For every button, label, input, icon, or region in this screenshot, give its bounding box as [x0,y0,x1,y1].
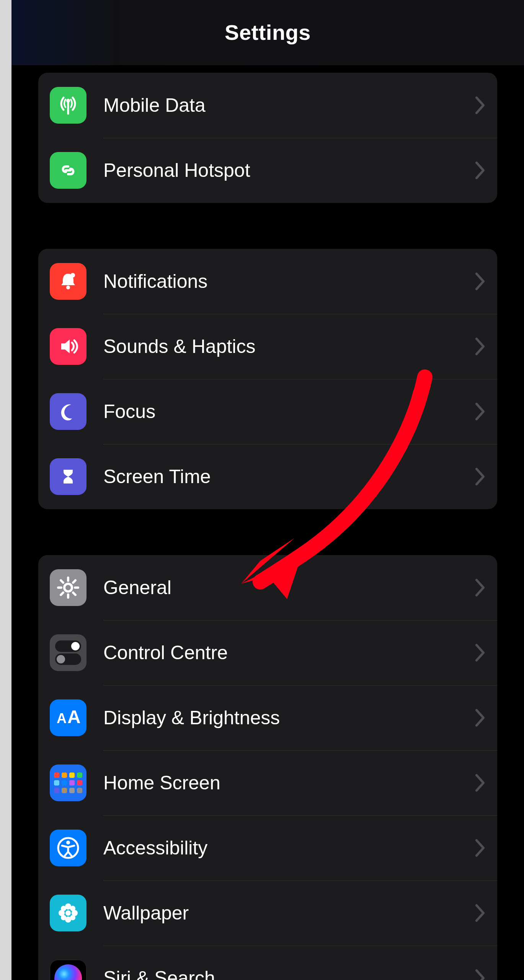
toggles-icon [50,634,87,671]
chevron-right-icon [474,644,486,662]
gear-icon [50,569,87,606]
row-label: Home Screen [103,772,474,794]
svg-point-15 [66,841,70,844]
moon-icon [50,393,87,430]
row-sounds-haptics[interactable]: Sounds & Haptics [38,314,497,379]
row-label: Screen Time [103,466,474,488]
chevron-right-icon [474,904,486,922]
accessibility-icon [50,830,87,866]
siri-icon [50,960,87,980]
svg-point-22 [70,906,75,911]
bell-icon [50,263,87,300]
flower-icon [50,895,87,931]
row-screen-time[interactable]: Screen Time [38,444,497,509]
row-label: Display & Brightness [103,707,474,729]
row-label: Control Centre [103,642,474,664]
row-label: Wallpaper [103,902,474,924]
svg-point-16 [65,910,71,916]
svg-line-9 [73,593,75,595]
hourglass-icon [50,458,87,495]
link-icon [50,152,87,189]
chevron-right-icon [474,96,486,114]
chevron-right-icon [474,467,486,486]
row-display-brightness[interactable]: AA Display & Brightness [38,685,497,750]
chevron-right-icon [474,709,486,727]
chevron-right-icon [474,578,486,597]
row-label: Personal Hotspot [103,159,474,181]
row-personal-hotspot[interactable]: Personal Hotspot [38,138,497,203]
svg-point-24 [70,915,75,920]
row-siri-search[interactable]: Siri & Search [38,946,497,980]
row-notifications[interactable]: Notifications [38,249,497,314]
svg-line-11 [61,593,63,595]
row-wallpaper[interactable]: Wallpaper [38,880,497,946]
svg-point-0 [66,99,70,103]
svg-line-8 [61,580,63,583]
svg-point-1 [66,286,70,289]
app-grid-icon [50,764,87,801]
svg-text:A: A [57,710,67,726]
settings-content: Mobile Data Personal Hotspot [11,73,524,980]
row-label: Notifications [103,270,474,292]
svg-line-10 [73,580,75,583]
chevron-right-icon [474,161,486,180]
svg-point-2 [70,273,75,278]
settings-group-general: General Control Centre AA Display & Brig… [38,555,497,980]
chevron-right-icon [474,969,486,980]
page-title: Settings [225,20,311,45]
row-control-centre[interactable]: Control Centre [38,620,497,685]
settings-group-notifications: Notifications Sounds & Haptics Focus [38,249,497,509]
svg-text:A: A [67,707,81,727]
row-focus[interactable]: Focus [38,379,497,444]
row-label: Sounds & Haptics [103,335,474,358]
chevron-right-icon [474,839,486,857]
row-mobile-data[interactable]: Mobile Data [38,73,497,138]
chevron-right-icon [474,337,486,356]
settings-group-connectivity: Mobile Data Personal Hotspot [38,73,497,203]
svg-point-23 [61,915,66,920]
row-label: Focus [103,400,474,423]
chevron-right-icon [474,774,486,792]
row-home-screen[interactable]: Home Screen [38,750,497,815]
text-size-icon: AA [50,699,87,736]
chevron-right-icon [474,402,486,421]
row-label: Siri & Search [103,967,474,980]
speaker-icon [50,328,87,365]
row-accessibility[interactable]: Accessibility [38,815,497,880]
row-general[interactable]: General [38,555,497,620]
row-label: General [103,577,474,599]
nav-bar: Settings [11,0,524,65]
row-label: Accessibility [103,837,474,859]
settings-screen: Settings Mobile Data [11,0,524,980]
chevron-right-icon [474,272,486,291]
svg-point-3 [64,584,72,591]
row-label: Mobile Data [103,94,474,116]
svg-point-21 [61,906,66,911]
antenna-icon [50,87,87,124]
